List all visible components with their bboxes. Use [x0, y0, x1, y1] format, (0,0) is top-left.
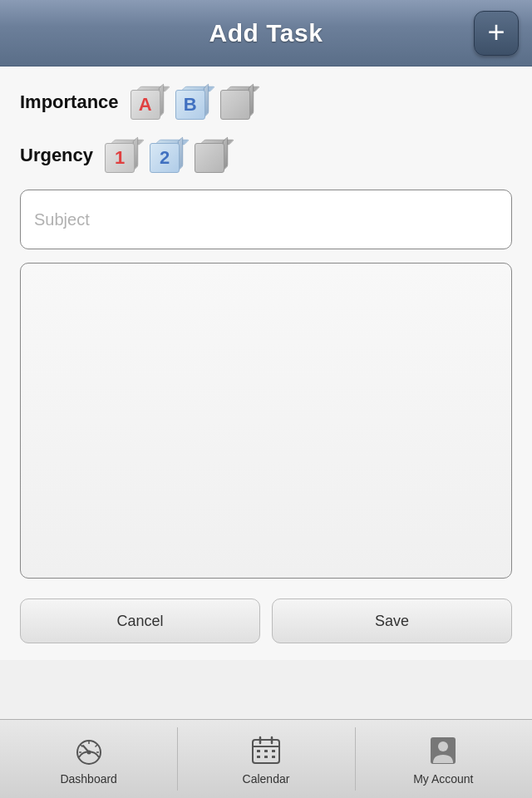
main-content: Importance A B Urgency	[0, 66, 532, 660]
add-task-button[interactable]: +	[474, 11, 519, 56]
notes-textarea[interactable]	[20, 263, 512, 579]
tab-calendar[interactable]: Calendar	[177, 720, 354, 798]
importance-row: Importance A B	[20, 83, 512, 121]
svg-point-2	[86, 750, 91, 754]
svg-line-7	[95, 745, 97, 747]
cube-gray-face	[220, 90, 250, 120]
importance-cube-gray[interactable]	[219, 83, 257, 121]
svg-point-19	[438, 741, 448, 751]
cube-2-face: 2	[150, 143, 180, 173]
save-button[interactable]: Save	[272, 598, 512, 643]
cube-b-face: B	[175, 90, 205, 120]
svg-line-6	[81, 745, 83, 747]
account-icon	[426, 733, 461, 768]
bottom-buttons: Cancel Save	[20, 598, 512, 643]
subject-input[interactable]	[20, 190, 512, 249]
calendar-icon	[249, 733, 283, 768]
urgency-cubes: 1 2	[103, 136, 231, 175]
cancel-button[interactable]: Cancel	[20, 598, 260, 643]
tab-my-account[interactable]: My Account	[355, 720, 532, 798]
tab-calendar-label: Calendar	[243, 772, 290, 786]
svg-rect-15	[257, 756, 260, 758]
svg-rect-16	[264, 756, 268, 758]
urgency-cube-1[interactable]: 1	[103, 136, 141, 175]
plus-icon: +	[487, 17, 505, 47]
svg-rect-12	[257, 750, 260, 752]
tab-my-account-label: My Account	[413, 772, 473, 786]
urgency-label: Urgency	[20, 145, 93, 166]
cube-a-face: A	[131, 90, 160, 120]
importance-cube-a[interactable]: A	[129, 83, 167, 121]
page-title: Add Task	[209, 19, 323, 47]
cube-1-face: 1	[105, 143, 135, 173]
importance-label: Importance	[20, 91, 119, 113]
tab-bar: Dashboard Calendar	[0, 719, 532, 798]
cube-urg-gray-face	[195, 143, 224, 173]
urgency-cube-2[interactable]: 2	[148, 136, 186, 175]
svg-rect-13	[264, 750, 268, 752]
tab-dashboard[interactable]: Dashboard	[0, 720, 177, 798]
svg-rect-17	[272, 756, 275, 758]
speedometer-icon	[71, 733, 106, 768]
tab-dashboard-label: Dashboard	[60, 772, 117, 786]
importance-cube-b[interactable]: B	[174, 83, 212, 121]
urgency-row: Urgency 1 2	[20, 136, 512, 175]
header: Add Task +	[0, 0, 532, 66]
svg-rect-14	[272, 750, 275, 752]
urgency-cube-gray[interactable]	[193, 136, 231, 175]
importance-cubes: A B	[129, 83, 257, 121]
